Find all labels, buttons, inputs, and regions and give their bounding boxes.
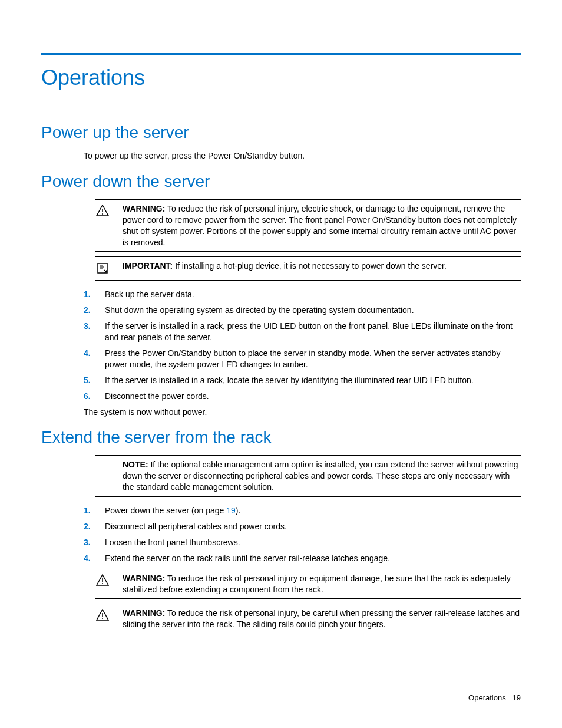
heading-extend: Extend the server from the rack <box>41 428 521 447</box>
warning-label: WARNING: <box>123 204 165 213</box>
heading-power-down: Power down the server <box>41 172 521 191</box>
warning-text: WARNING: To reduce the risk of personal … <box>123 203 521 248</box>
important-text: IMPORTANT: If installing a hot-plug devi… <box>123 261 521 272</box>
footer-page: 19 <box>513 693 521 702</box>
step-item: 3.Loosen the front panel thumbscrews. <box>84 537 521 548</box>
step-item: 3.If the server is installed in a rack, … <box>84 321 521 343</box>
warning-callout-2: WARNING: To reduce the risk of personal … <box>95 569 521 599</box>
warning-body: To reduce the risk of personal injury, b… <box>123 608 520 629</box>
warning-icon <box>95 573 110 588</box>
warning-text: WARNING: To reduce the risk of personal … <box>123 573 521 595</box>
page-footer: Operations 19 <box>468 693 521 702</box>
note-body: If the optional cable management arm opt… <box>123 460 518 492</box>
warning-callout: WARNING: To reduce the risk of personal … <box>95 199 521 252</box>
note-label: NOTE: <box>123 460 148 469</box>
top-rule <box>41 53 521 55</box>
important-label: IMPORTANT: <box>123 261 173 271</box>
warning-text: WARNING: To reduce the risk of personal … <box>123 608 521 630</box>
warning-icon <box>95 203 110 218</box>
warning-callout-3: WARNING: To reduce the risk of personal … <box>95 604 521 634</box>
svg-point-6 <box>102 618 103 619</box>
power-down-after: The system is now without power. <box>84 407 521 418</box>
note-callout: NOTE: If the optional cable management a… <box>95 455 521 497</box>
important-body: If installing a hot-plug device, it is n… <box>175 261 447 271</box>
warning-label: WARNING: <box>123 608 165 618</box>
warning-icon <box>95 608 110 622</box>
warning-body: To reduce the risk of personal injury or… <box>123 574 511 594</box>
step-item: 4.Extend the server on the rack rails un… <box>84 553 521 564</box>
svg-point-4 <box>102 583 103 584</box>
svg-point-1 <box>102 213 103 215</box>
important-icon <box>95 261 110 276</box>
warning-label: WARNING: <box>123 574 165 583</box>
step-text: Power down the server (on page <box>105 506 226 515</box>
power-down-steps: 1.Back up the server data. 2.Shut down t… <box>84 289 521 401</box>
footer-section: Operations <box>468 693 506 702</box>
step-text-post: ). <box>236 506 241 515</box>
power-up-text: To power up the server, press the Power … <box>84 150 521 162</box>
step-item: 1. Power down the server (on page 19). <box>84 505 521 516</box>
step-item: 1.Back up the server data. <box>84 289 521 300</box>
step-item: 2.Disconnect all peripheral cables and p… <box>84 521 521 532</box>
page-link[interactable]: 19 <box>226 506 236 515</box>
note-text: NOTE: If the optional cable management a… <box>95 459 521 493</box>
step-item: 4.Press the Power On/Standby button to p… <box>84 348 521 370</box>
important-callout: IMPORTANT: If installing a hot-plug devi… <box>95 256 521 281</box>
page-title: Operations <box>41 65 521 90</box>
extend-steps: 1. Power down the server (on page 19). 2… <box>84 505 521 564</box>
step-item: 6.Disconnect the power cords. <box>84 391 521 402</box>
step-item: 5.If the server is installed in a rack, … <box>84 375 521 386</box>
heading-power-up: Power up the server <box>41 123 521 142</box>
warning-body: To reduce the risk of personal injury, e… <box>123 204 517 247</box>
step-item: 2.Shut down the operating system as dire… <box>84 305 521 316</box>
